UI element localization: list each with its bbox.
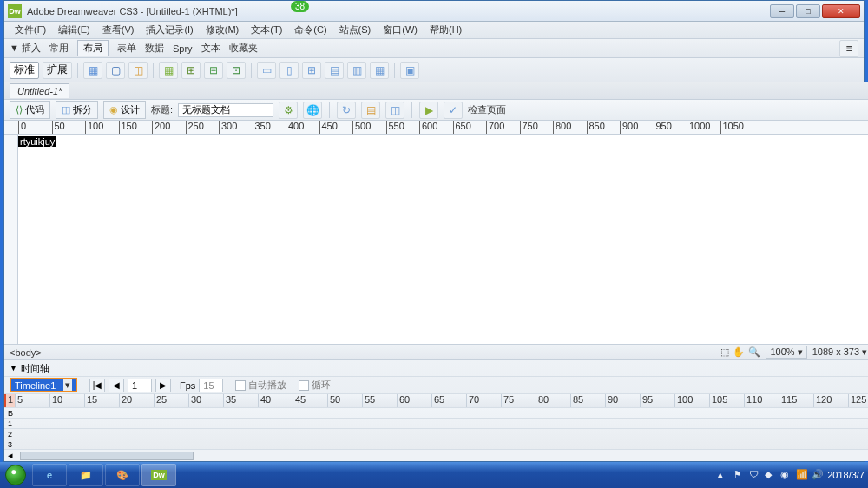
maximize-button[interactable]: □ <box>796 4 820 18</box>
refresh-icon[interactable]: ↻ <box>337 102 356 119</box>
task-dreamweaver[interactable]: Dw <box>141 464 176 486</box>
minimize-button[interactable]: ─ <box>770 4 794 18</box>
fps-input[interactable] <box>199 379 223 392</box>
code-view-button[interactable]: ⟨⟩代码 <box>10 101 50 119</box>
timeline-row[interactable]: 3 <box>4 439 868 449</box>
menu-file[interactable]: 文件(F) <box>11 22 49 38</box>
standard-mode-button[interactable]: 标准 <box>10 62 39 79</box>
loop-check[interactable]: 循环 <box>299 379 331 392</box>
menu-window[interactable]: 窗口(W) <box>379 22 421 38</box>
frame-tool-icon[interactable]: ▣ <box>400 62 419 79</box>
tray-expand-icon[interactable]: ▴ <box>718 469 730 481</box>
split-view-button[interactable]: ◫拆分 <box>56 101 98 119</box>
validate-icon[interactable]: ✓ <box>444 102 463 119</box>
tray-icon[interactable]: ◉ <box>780 469 792 481</box>
tag-selector[interactable]: <body> <box>10 347 42 358</box>
file-mgmt-icon[interactable]: ▤ <box>361 102 380 119</box>
select-tool-icon[interactable]: ⬚ <box>720 346 729 358</box>
ap-div-tool-icon[interactable]: ▢ <box>106 62 125 79</box>
insert-tab-data[interactable]: 数据 <box>145 42 164 55</box>
task-ie[interactable]: e <box>32 464 67 486</box>
cell-tool-icon[interactable]: ⊞ <box>302 62 321 79</box>
insert-tab-layout[interactable]: 布局 <box>77 40 108 56</box>
tray-network-icon[interactable]: 📶 <box>796 469 808 481</box>
windows-taskbar: e 📁 🎨 Dw ▴ ⚑ 🛡 ◆ ◉ 📶 🔊 2018/3/7 <box>0 462 868 488</box>
server-debug-icon[interactable]: ⚙ <box>279 102 298 119</box>
layout-toolbar: 标准 扩展 ▦ ▢ ◫ ▦ ⊞ ⊟ ⊡ ▭ ▯ ⊞ ▤ ▥ ▦ ▣ <box>4 58 864 82</box>
tray-shield-icon[interactable]: 🛡 <box>749 469 761 481</box>
menu-edit[interactable]: 编辑(E) <box>55 22 94 38</box>
row-tool-icon[interactable]: ▭ <box>257 62 276 79</box>
preview-globe-icon[interactable]: 🌐 <box>303 102 322 119</box>
cell-tool4-icon[interactable]: ▦ <box>370 62 389 79</box>
hand-tool-icon[interactable]: ✋ <box>733 346 745 358</box>
zoom-tool-icon[interactable]: 🔍 <box>748 346 760 358</box>
fps-label: Fps <box>180 380 195 391</box>
frame-input[interactable] <box>128 379 152 392</box>
cell-tool3-icon[interactable]: ▥ <box>347 62 366 79</box>
scroll-thumb[interactable] <box>20 452 194 460</box>
insert-tab-fav[interactable]: 收藏夹 <box>229 42 258 55</box>
tray-icon[interactable]: ◆ <box>765 469 777 481</box>
document-column: Untitled-1* ─ ▫ ✕ ⟨⟩代码 ◫拆分 ◉设计 标题: ⚙ 🌐 ↻… <box>4 82 868 461</box>
timeline-title: 时间轴 <box>21 362 49 375</box>
table-tool-icon[interactable]: ▦ <box>159 62 178 79</box>
insert-tab-text[interactable]: 文本 <box>201 42 220 55</box>
menu-site[interactable]: 站点(S) <box>336 22 375 38</box>
tray-icon[interactable]: ⚑ <box>733 469 746 481</box>
insert-tab-forms[interactable]: 表单 <box>117 42 136 55</box>
menu-view[interactable]: 查看(V) <box>99 22 138 38</box>
table-tool2-icon[interactable]: ⊞ <box>181 62 201 79</box>
check-page-label[interactable]: 检查页面 <box>468 103 506 116</box>
col-tool-icon[interactable]: ▯ <box>279 62 299 79</box>
layout-tool-icon[interactable]: ⊟ <box>204 62 223 79</box>
menu-commands[interactable]: 命令(C) <box>291 22 330 38</box>
title-input[interactable] <box>178 103 273 117</box>
cell-tool2-icon[interactable]: ▤ <box>325 62 344 79</box>
design-canvas[interactable]: rtyuikjuy <box>18 135 868 344</box>
expanded-mode-button[interactable]: 扩展 <box>43 62 72 79</box>
scroll-left-icon[interactable]: ◂ <box>4 450 16 461</box>
tray-volume-icon[interactable]: 🔊 <box>812 469 824 481</box>
autoplay-check[interactable]: 自动播放 <box>235 379 286 392</box>
timeline-row[interactable]: B <box>4 407 868 418</box>
design-view-button[interactable]: ◉设计 <box>103 101 146 119</box>
insert-tab-common[interactable]: 常用 <box>49 42 69 55</box>
timeline-controls: Timeline1▾ |◀ ◀ ▶ Fps 自动播放 循环 <box>4 376 868 393</box>
system-tray: ▴ ⚑ 🛡 ◆ ◉ 📶 🔊 2018/3/7 <box>718 469 868 481</box>
menu-insert[interactable]: 插入记录(I) <box>142 22 196 38</box>
rewind-button[interactable]: |◀ <box>89 379 105 392</box>
start-button[interactable] <box>0 462 31 488</box>
taskbar-clock[interactable]: 2018/3/7 <box>827 470 865 480</box>
zoom-combo[interactable]: 100% ▾ <box>766 346 806 359</box>
separator <box>153 63 154 78</box>
spry-tool-icon[interactable]: ◫ <box>128 62 148 79</box>
insert-tab-spry[interactable]: Spry <box>173 43 193 54</box>
timeline-scrollbar[interactable]: ◂ <box>4 449 868 461</box>
menu-modify[interactable]: 修改(M) <box>202 22 243 38</box>
content-area: Untitled-1* ─ ▫ ✕ ⟨⟩代码 ◫拆分 ◉设计 标题: ⚙ 🌐 ↻… <box>4 82 864 461</box>
close-button[interactable]: ✕ <box>822 4 860 18</box>
document-tab[interactable]: Untitled-1* <box>10 83 69 98</box>
menu-text[interactable]: 文本(T) <box>247 22 286 38</box>
timeline-select[interactable]: Timeline1▾ <box>10 378 77 392</box>
timeline-row[interactable]: 2 <box>4 428 868 439</box>
forward-button[interactable]: ▶ <box>155 379 171 392</box>
timeline-row[interactable]: 1 <box>4 418 868 428</box>
div-tool-icon[interactable]: ▦ <box>83 62 102 79</box>
task-explorer[interactable]: 📁 <box>69 464 103 486</box>
layout-tool2-icon[interactable]: ⊡ <box>227 62 246 79</box>
menu-help[interactable]: 帮助(H) <box>426 22 465 38</box>
status-bar: <body> ⬚ ✋ 🔍 100% ▾ 1089 x 373 ▾ 1 K / 1… <box>4 344 868 359</box>
window-controls: ─ □ ✕ <box>770 4 860 18</box>
separator <box>394 63 395 78</box>
selected-text[interactable]: rtyuikjuy <box>18 136 56 147</box>
window-size[interactable]: 1089 x 373 ▾ <box>812 346 868 358</box>
visual-aids-icon[interactable]: ▶ <box>419 102 438 119</box>
notification-badge: 38 <box>291 1 309 12</box>
task-paint[interactable]: 🎨 <box>105 464 140 486</box>
panel-menu-icon[interactable]: ≡ <box>839 40 858 57</box>
back-button[interactable]: ◀ <box>108 379 124 392</box>
view-options-icon[interactable]: ◫ <box>385 102 404 119</box>
timeline-header[interactable]: ▼ 时间轴 <box>4 360 868 376</box>
